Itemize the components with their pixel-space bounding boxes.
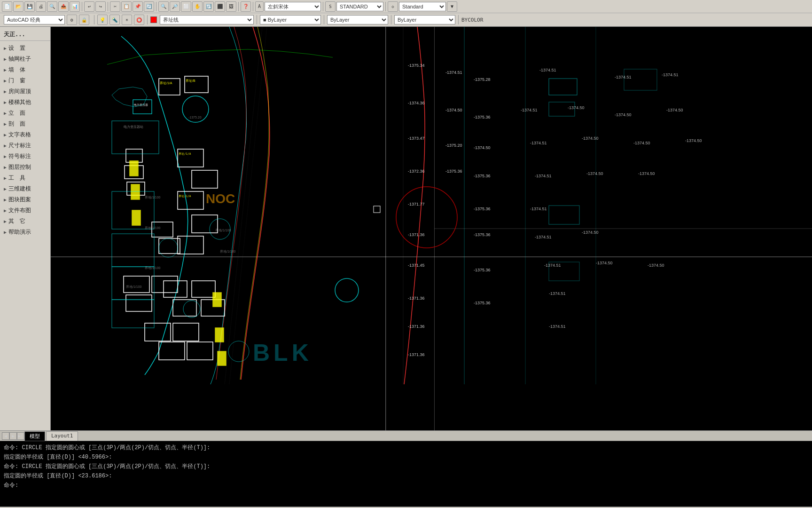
dim-style-select[interactable]: STANDARD [336,2,383,11]
svg-text:-1375.36: -1375.36 [445,169,462,174]
orbit-btn[interactable]: 🔃 [203,1,214,12]
svg-text:电力变压器: 电力变压器 [134,103,148,106]
sidebar-item-dim[interactable]: ▶ 尺寸标注 [0,140,50,151]
sidebar-item-axis[interactable]: ▶ 轴网柱子 [0,54,50,64]
tab-model[interactable]: 模型 [24,431,45,441]
style-icon[interactable]: S [325,1,336,12]
row2-sep6 [458,15,459,24]
lamp3-btn[interactable]: ☀ [122,15,132,25]
sidebar-label-filelayout: 文件布图 [8,206,31,214]
cut-btn[interactable]: ✂ [110,1,120,12]
sidebar-item-help[interactable]: ▶ 帮助演示 [0,227,50,238]
arrow-room: ▶ [4,89,7,94]
workspace-settings-btn[interactable]: ⚙ [67,15,77,25]
canvas-area[interactable]: 界址/1/A 界址/B 电力变压器 界址/1/A 界址/1/A [51,27,812,430]
plot-btn[interactable]: 📊 [70,1,80,12]
lamp4-btn[interactable]: ⭕ [134,15,144,25]
workspace-lock-btn[interactable]: 🔒 [79,15,89,25]
arrow-block: ▶ [4,197,7,202]
sidebar-item-settings[interactable]: ▶ 设 置 [0,43,50,54]
save-btn[interactable]: 💾 [24,1,35,12]
sep5 [253,2,253,11]
render-btn[interactable]: 🖼 [226,1,236,12]
svg-text:-1374.50: -1374.50 [638,171,655,176]
svg-text:-1374.51: -1374.51 [615,75,632,79]
sidebar-item-elevation[interactable]: ▶ 立 面 [0,108,50,119]
svg-rect-31 [215,328,224,342]
new-file-btn[interactable]: 📄 [2,1,12,12]
standard-select[interactable]: Standard [399,2,446,11]
sidebar-item-stair[interactable]: ▶ 楼梯其他 [0,97,50,108]
autocad-menu: AutoCAD 经典 ⚙ 🔒 [2,15,91,25]
sidebar-item-filelayout[interactable]: ▶ 文件布图 [0,205,50,216]
preview-btn[interactable]: 🔍 [47,1,57,12]
sidebar-item-room[interactable]: ▶ 房间屋顶 [0,86,50,97]
text-style-icon[interactable]: A [255,1,264,12]
standard-icon[interactable]: ◇ [388,1,398,12]
linetype-select[interactable]: ByLayer [327,15,388,24]
copy-btn[interactable]: 📋 [121,1,132,12]
layer-color-box [150,16,157,23]
sidebar-title: 天正... [0,29,50,41]
sidebar-item-section[interactable]: ▶ 剖 面 [0,119,50,129]
sidebar-label-settings: 设 置 [8,44,25,52]
svg-text:-1374.51: -1374.51 [445,70,462,75]
print-btn[interactable]: 🖨 [36,1,46,12]
sidebar-label-3d: 三维建模 [8,185,31,193]
arrow-door: ▶ [4,78,7,83]
svg-text:-1375.36: -1375.36 [474,268,491,272]
font-select[interactable]: 左斜宋体 [265,2,321,11]
command-area[interactable]: 命令: CIRCLE 指定圆的圆心或 [三点(3P)/两点(2P)/切点、切点、… [0,441,812,507]
undo-btn[interactable]: ↩ [84,1,94,12]
sidebar-item-symbol[interactable]: ▶ 符号标注 [0,151,50,162]
sidebar-item-door[interactable]: ▶ 门 窗 [0,75,50,86]
publish-btn[interactable]: 📤 [58,1,69,12]
svg-text:-1374.50: -1374.50 [633,141,650,145]
tab-layout1[interactable]: Layout1 [46,431,78,441]
svg-text:-1374.50: -1374.50 [586,171,603,176]
redo-btn[interactable]: ↪ [95,1,106,12]
lamp1-btn[interactable]: 💡 [97,15,108,25]
sidebar-label-room: 房间屋顶 [8,87,31,95]
command-line-1: 命令: CIRCLE 指定圆的圆心或 [三点(3P)/两点(2P)/切点、切点、… [4,443,808,452]
svg-text:电力变压器站: 电力变压器站 [124,125,143,128]
sidebar-item-3d[interactable]: ▶ 三维建模 [0,183,50,194]
lineweight-select[interactable]: ByLayer [394,15,455,24]
tab-next-btn[interactable]: ▶ [9,432,17,440]
shade-btn[interactable]: ⬛ [215,1,225,12]
sidebar-item-wall[interactable]: ▶ 墙 体 [0,64,50,75]
command-line-2: 指定圆的半径或 [直径(D)] <40.5966>: [4,452,808,462]
zoom-window-btn[interactable]: 🔎 [170,1,180,12]
help-btn[interactable]: ❓ [241,1,251,12]
color-select[interactable]: ■ ByLayer [260,15,321,24]
lamp2-btn[interactable]: 🔦 [109,15,120,25]
zoom-extents-btn[interactable]: ⬜ [181,1,191,12]
pan-btn[interactable]: ✋ [192,1,203,12]
row2-sep2 [147,15,148,24]
more-btn[interactable]: ▼ [447,1,457,12]
arrow-stair: ▶ [4,100,7,105]
paste-btn[interactable]: 📌 [133,1,143,12]
svg-text:-1371.36: -1371.36 [408,324,425,329]
toolbar-area: 📄 📂 💾 🖨 🔍 📤 📊 ↩ ↪ ✂ 📋 📌 🔄 🔍 🔎 ⬜ ✋ 🔃 ⬛ 🖼 … [0,0,812,27]
sidebar-item-layer[interactable]: ▶ 图层控制 [0,162,50,173]
sidebar-item-tools[interactable]: ▶ 工 具 [0,173,50,183]
layer-select[interactable]: 界址线 [160,15,254,24]
arrow-3d: ▶ [4,186,7,191]
svg-text:-1374.51: -1374.51 [521,108,538,112]
arrow-symbol: ▶ [4,154,7,159]
sidebar-item-block[interactable]: ▶ 图块图案 [0,194,50,205]
matchprop-btn[interactable]: 🔄 [144,1,154,12]
tab-prev-btn[interactable]: ◀ [2,432,9,440]
svg-text:界址/1/A: 界址/1/A [179,194,191,198]
toolbar-row2: AutoCAD 经典 ⚙ 🔒 💡 🔦 ☀ ⭕ 界址线 ■ ByLayer ByL… [0,13,812,26]
workspace-select[interactable]: AutoCAD 经典 [4,15,65,24]
svg-text:-1374.50: -1374.50 [474,145,491,150]
svg-text:-1375.20: -1375.20 [188,116,202,119]
zoom-realtime-btn[interactable]: 🔍 [158,1,169,12]
sidebar-item-text[interactable]: ▶ 文字表格 [0,129,50,140]
sidebar-item-other[interactable]: ▶ 其 它 [0,216,50,227]
tab-last-btn[interactable]: ▶| [17,432,24,440]
open-file-btn[interactable]: 📂 [13,1,23,12]
sep7 [385,2,386,11]
